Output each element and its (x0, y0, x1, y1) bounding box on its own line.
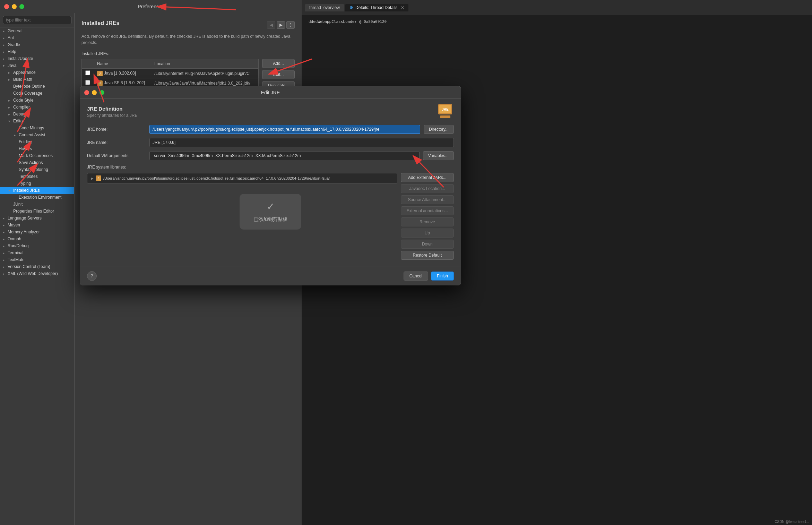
javadoc-location-button[interactable]: Javadoc Location... (401, 184, 454, 193)
tree-arrow-debug[interactable] (8, 112, 13, 116)
tree-arrow-language-servers[interactable] (3, 216, 8, 220)
sidebar-item-terminal[interactable]: Terminal (0, 249, 74, 256)
tree-arrow-java[interactable] (3, 64, 8, 68)
sidebar-item-compiler[interactable]: Compiler (0, 104, 74, 111)
up-button[interactable]: Up (401, 229, 454, 238)
tree-arrow-version-control[interactable] (3, 265, 8, 269)
sidebar-item-install[interactable]: Install/Update (0, 55, 74, 62)
help-button[interactable]: ? (87, 271, 97, 281)
sidebar-item-gradle[interactable]: Gradle (0, 41, 74, 48)
tree-arrow-editor[interactable] (8, 119, 13, 123)
dialog-max-button[interactable] (100, 90, 104, 95)
dialog-min-button[interactable] (92, 90, 97, 95)
sidebar-item-templates[interactable]: Templates (0, 173, 74, 180)
tree-arrow-code-style[interactable] (8, 98, 13, 102)
jre-checkbox-0[interactable] (85, 70, 90, 75)
directory-button[interactable]: Directory... (424, 125, 454, 134)
watermark: CSDN @lemontree1... (775, 520, 809, 524)
sidebar-item-editor[interactable]: Editor (0, 118, 74, 124)
sidebar-item-java[interactable]: Java (0, 62, 74, 69)
tree-arrow-maven[interactable] (3, 223, 8, 227)
tree-arrow-general[interactable] (3, 29, 8, 33)
sidebar-item-mark-occurrences[interactable]: Mark Occurrences (0, 152, 74, 159)
cancel-button[interactable]: Cancel (404, 272, 428, 281)
close-button[interactable] (4, 4, 9, 9)
tree-arrow-appearance[interactable] (8, 71, 13, 75)
sidebar-item-typing[interactable]: Typing (0, 180, 74, 187)
minimize-button[interactable] (12, 4, 17, 9)
add-button[interactable]: Add... (262, 59, 295, 68)
jre-home-input[interactable] (149, 125, 420, 134)
default-vm-input[interactable] (149, 151, 420, 160)
sidebar-item-language-servers[interactable]: Language Servers (0, 215, 74, 222)
tree-arrow-oomph[interactable] (3, 237, 8, 241)
sidebar-item-code-minings[interactable]: Code Minings (0, 124, 74, 131)
sidebar-item-debug[interactable]: Debug (0, 111, 74, 118)
sidebar-item-textmate[interactable]: TextMate (0, 256, 74, 263)
sidebar-item-label-editor: Editor (13, 119, 24, 123)
source-attachment-button[interactable]: Source Attachment... (401, 195, 454, 204)
forward-button[interactable]: ▶ (277, 21, 285, 29)
tree-arrow-terminal[interactable] (3, 251, 8, 255)
sidebar-item-save-actions[interactable]: Save Actions (0, 159, 74, 166)
tree-arrow-build-path[interactable] (8, 78, 13, 81)
sidebar-item-installed-jres[interactable]: Installed JREs (0, 187, 74, 194)
sidebar-item-code-coverage[interactable]: Code Coverage (0, 90, 74, 97)
dialog-close-button[interactable] (84, 90, 89, 95)
tab-close-icon[interactable]: ✕ (401, 5, 404, 10)
external-annotations-button[interactable]: External annotations... (401, 206, 454, 215)
tree-arrow-textmate[interactable] (3, 258, 8, 262)
jre-name-input[interactable] (149, 138, 454, 147)
maximize-button[interactable] (19, 4, 24, 9)
tree-arrow-install[interactable] (3, 57, 8, 61)
tab-thread-overview[interactable]: thread_overview (305, 4, 344, 11)
menu-button[interactable]: ⋮ (286, 21, 295, 29)
variables-button[interactable]: Variables... (423, 151, 454, 160)
sidebar-item-general[interactable]: General (0, 27, 74, 34)
tab-thread-details-label: Details: Thread Details (355, 5, 397, 10)
sidebar-item-bytecode-outline[interactable]: Bytecode Outline (0, 83, 74, 90)
sidebar-item-code-style[interactable]: Code Style (0, 97, 74, 104)
sidebar-item-help[interactable]: Help (0, 48, 74, 55)
sidebar-item-properties-files-editor[interactable]: Properties Files Editor (0, 208, 74, 215)
sidebar-item-junit[interactable]: JUnit (0, 201, 74, 208)
tree-arrow-installed-jres[interactable] (8, 189, 13, 192)
restore-default-button[interactable]: Restore Default (401, 251, 454, 260)
sidebar-item-version-control[interactable]: Version Control (Team) (0, 263, 74, 270)
sidebar-item-xml[interactable]: XML (Wild Web Developer) (0, 270, 74, 277)
lib-expand-arrow[interactable]: ▶ (91, 177, 94, 180)
sidebar-item-run-debug[interactable]: Run/Debug (0, 242, 74, 249)
sidebar-item-syntax-coloring[interactable]: Syntax Coloring (0, 166, 74, 173)
tab-thread-details[interactable]: ⚙ Details: Thread Details ✕ (345, 4, 408, 11)
add-external-jars-button[interactable]: Add External JARs... (401, 173, 454, 182)
search-input[interactable] (3, 16, 71, 24)
col-name: Name (94, 59, 151, 69)
tree-arrow-memory-analyzer[interactable] (3, 230, 8, 234)
sidebar-item-label-code-style: Code Style (13, 98, 34, 103)
tree-arrow-xml[interactable] (3, 272, 8, 276)
jre-checkbox-1[interactable] (85, 80, 90, 85)
tree-arrow-run-debug[interactable] (3, 244, 8, 248)
back-button[interactable]: ◀ (267, 21, 275, 29)
sidebar-item-hovers[interactable]: Hovers (0, 145, 74, 152)
sidebar-item-execution-environment[interactable]: Execution Environment (0, 194, 74, 201)
sidebar-item-maven[interactable]: Maven (0, 222, 74, 229)
tree-arrow-compiler[interactable] (8, 105, 13, 109)
sidebar-item-memory-analyzer[interactable]: Memory Analyzer (0, 229, 74, 235)
sidebar-item-folding[interactable]: Folding (0, 138, 74, 145)
down-button[interactable]: Down (401, 240, 454, 249)
sidebar-item-ant[interactable]: Ant (0, 34, 74, 41)
remove-button[interactable]: Remove (401, 217, 454, 226)
finish-button[interactable]: Finish (431, 272, 454, 281)
sidebar-item-content-assist[interactable]: Content Assist (0, 131, 74, 138)
sidebar-item-appearance[interactable]: Appearance (0, 69, 74, 76)
tree-arrow-content-assist[interactable] (14, 133, 19, 137)
tree-arrow-gradle[interactable] (3, 43, 8, 47)
tree-arrow-ant[interactable] (3, 36, 8, 40)
sidebar-item-label-properties-files-editor: Properties Files Editor (13, 209, 54, 214)
sidebar-item-build-path[interactable]: Build Path (0, 76, 74, 83)
edit-button[interactable]: Edit... (262, 70, 295, 79)
sidebar-item-oomph[interactable]: Oomph (0, 235, 74, 242)
jre-table-row[interactable]: JJava [1.8.202.08]/Library/Internet Plug… (82, 69, 259, 78)
tree-arrow-help[interactable] (3, 50, 8, 54)
